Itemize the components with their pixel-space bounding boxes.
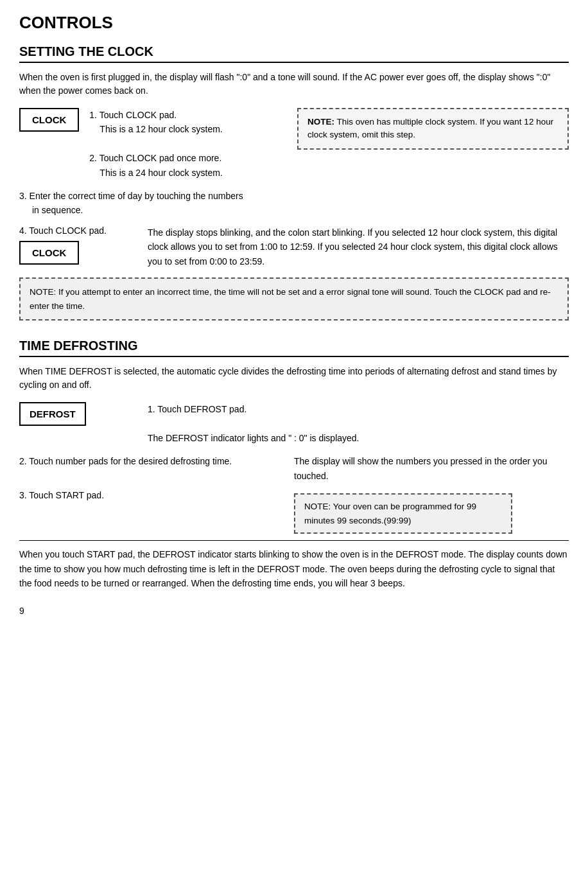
defrost-note-label: NOTE: <box>304 502 331 511</box>
note-1-block: NOTE: This oven has multiple clock syste… <box>297 108 569 150</box>
step2-line2: This is a 24 hour clock system. <box>99 166 222 180</box>
page-number: 9 <box>19 606 569 616</box>
step-1-2-text: 1. Touch CLOCK pad. This is a 12 hour cl… <box>89 108 222 180</box>
setting-clock-intro: When the oven is first plugged in, the d… <box>19 71 569 98</box>
step1-line2: This is a 12 hour clock system. <box>99 122 222 136</box>
time-defrosting-heading: TIME DEFROSTING <box>19 338 569 357</box>
step2-line1: 2. Touch CLOCK pad once more. <box>89 151 222 165</box>
defrost-note-box: NOTE: Your oven can be programmed for 99… <box>294 493 512 534</box>
step4-label: 4. Touch CLOCK pad. <box>19 225 148 236</box>
step1-line1: 1. Touch CLOCK pad. <box>89 108 222 122</box>
defrost-step2-right-text: The display will show the numbers you pr… <box>294 454 569 483</box>
defrost-step2-text: 2. Touch number pads for the desired def… <box>19 454 294 468</box>
note-1-box: NOTE: This oven has multiple clock syste… <box>297 108 569 150</box>
step3-block: 3. Enter the correct time of day by touc… <box>19 189 569 218</box>
step-1-2-left: CLOCK 1. Touch CLOCK pad. This is a 12 h… <box>19 108 291 180</box>
note1-text: This oven has multiple clock system. If … <box>307 117 553 139</box>
defrost-step1-left: DEFROST <box>19 402 148 426</box>
note1-label: NOTE: <box>307 117 334 127</box>
defrost-step1-row: DEFROST 1. Touch DEFROST pad. The DEFROS… <box>19 402 569 445</box>
defrost-step1-right-text: The DEFROST indicator lights and " : 0" … <box>148 431 569 445</box>
note-2-box: NOTE: If you attempt to enter an incorre… <box>19 277 569 320</box>
defrost-step2-3-right: The display will show the numbers you pr… <box>294 454 569 534</box>
step3-text: 3. Enter the correct time of day by touc… <box>19 189 569 203</box>
time-defrosting-intro: When TIME DEFROST is selected, the autom… <box>19 365 569 392</box>
note2-label: NOTE: <box>30 287 56 297</box>
step3-text2: in sequence. <box>32 203 569 217</box>
time-defrosting-section: TIME DEFROSTING When TIME DEFROST is sel… <box>19 338 569 590</box>
defrost-final-para: When you touch START pad, the DEFROST in… <box>19 540 569 590</box>
clock-button-1[interactable]: CLOCK <box>19 108 79 132</box>
defrost-step3-text: 3. Touch START pad. <box>19 488 294 502</box>
step4-row: 4. Touch CLOCK pad. CLOCK The display st… <box>19 225 569 268</box>
defrost-step1-left-text: 1. Touch DEFROST pad. <box>148 402 569 416</box>
defrost-step1-text: 1. Touch DEFROST pad. The DEFROST indica… <box>148 402 569 445</box>
clock-button-2[interactable]: CLOCK <box>19 241 79 265</box>
setting-clock-section: SETTING THE CLOCK When the oven is first… <box>19 44 569 320</box>
defrost-button[interactable]: DEFROST <box>19 402 86 426</box>
step4-desc: The display stops blinking, and the colo… <box>148 225 569 268</box>
page-title: CONTROLS <box>19 13 569 33</box>
step4-right: The display stops blinking, and the colo… <box>148 225 569 268</box>
step4-left: 4. Touch CLOCK pad. CLOCK <box>19 225 148 265</box>
note2-text: If you attempt to enter an incorrect tim… <box>30 287 551 311</box>
defrost-note-text: Your oven can be programmed for 99 minut… <box>304 502 476 525</box>
setting-clock-heading: SETTING THE CLOCK <box>19 44 569 63</box>
defrost-final-text: When you touch START pad, the DEFROST in… <box>19 547 569 590</box>
step-1-2-row: CLOCK 1. Touch CLOCK pad. This is a 12 h… <box>19 108 569 180</box>
defrost-step2-3-row: 2. Touch number pads for the desired def… <box>19 454 569 534</box>
defrost-step2-3-left: 2. Touch number pads for the desired def… <box>19 454 294 502</box>
